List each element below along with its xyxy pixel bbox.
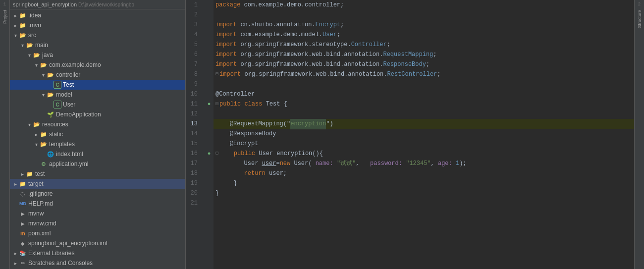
folder-icon-target: 📁 — [19, 180, 27, 188]
line-num-2: 2 — [186, 10, 202, 20]
gutter-row-5 — [205, 40, 214, 50]
arrow-idea — [12, 13, 19, 18]
tree-item-iml[interactable]: ◆ springboot_api_encryption.iml — [10, 238, 185, 248]
folder-icon-main: 📂 — [26, 41, 34, 49]
code-line-2 — [214, 10, 634, 20]
arrow-target — [12, 181, 19, 187]
token: ; — [337, 30, 340, 40]
arrow-scratches — [12, 261, 19, 266]
token: , — [356, 159, 367, 168]
tree-item-external-libraries[interactable]: 📚 External Libraries — [10, 248, 185, 258]
tree-item-help-md[interactable]: MD HELP.md — [10, 199, 185, 209]
token: "试试" — [337, 159, 356, 168]
token: import — [215, 50, 240, 59]
label-mvnw-cmd: mvnw.cmd — [28, 220, 185, 227]
tree-item-resources[interactable]: 📂 resources — [10, 119, 185, 129]
folder-icon-mvn: 📁 — [19, 21, 27, 29]
structure-tab-number[interactable]: 2 — [638, 2, 641, 7]
fold-icon-8[interactable]: ⊟ — [215, 69, 218, 79]
line-num-13: 13 — [186, 119, 202, 129]
fold-icon-11[interactable]: ⊟ — [215, 99, 218, 109]
line-num-1: 1 — [186, 0, 202, 10]
token: name: — [312, 159, 336, 168]
token: cn.shuibo.annotation. — [240, 20, 315, 30]
tree-item-src[interactable]: 📂 src — [10, 30, 185, 40]
structure-tab-label[interactable]: Structure — [637, 10, 642, 28]
token: User — [215, 159, 262, 168]
code-line-14: @ResponseBody — [214, 129, 634, 139]
code-line-7: import org.springframework.web.bind.anno… — [214, 59, 634, 69]
tree-item-main[interactable]: 📂 main — [10, 40, 185, 50]
tree-item-idea[interactable]: 📁 .idea — [10, 10, 185, 20]
java-class-icon-test: C — [54, 81, 61, 89]
tree-item-controller[interactable]: 📂 controller — [10, 70, 185, 80]
token: Encrypt — [316, 20, 340, 30]
folder-icon-test: 📁 — [26, 170, 34, 178]
token: ; — [387, 40, 390, 50]
line-num-16: 16 — [186, 149, 202, 159]
tree-item-demo-application[interactable]: 🌱 DemoApplication — [10, 109, 185, 119]
tree-item-mvn[interactable]: 📁 .mvn — [10, 20, 185, 30]
tree-item-test-folder[interactable]: 📁 test — [10, 169, 185, 179]
tree-item-user-class[interactable]: C User — [10, 100, 185, 109]
tree-item-mvnw[interactable]: ▶ mvnw — [10, 209, 185, 218]
tree-item-static[interactable]: 📁 static — [10, 129, 185, 139]
tree-item-index-html[interactable]: 🌐 index.html — [10, 149, 185, 159]
tree-item-pom-xml[interactable]: m pom.xml — [10, 228, 185, 238]
code-line-19: ⊟ } — [214, 178, 634, 188]
line-num-9: 9 — [186, 79, 202, 89]
line-numbers: 1 2 3 4 5 6 7 8 9 10 11 12 13 14 15 16 1… — [186, 0, 205, 269]
code-line-16: ⊟ public User encryption(){ — [214, 149, 634, 159]
code-line-13: @RequestMapping("encryption") — [214, 119, 634, 129]
code-editor[interactable]: package com.example.demo.controller; imp… — [214, 0, 634, 269]
token: com.example.demo.model. — [240, 30, 322, 40]
code-container: 1 2 3 4 5 6 7 8 9 10 11 12 13 14 15 16 1… — [186, 0, 634, 269]
tree-item-mvnw-cmd[interactable]: ▶ mvnw.cmd — [10, 218, 185, 228]
gutter-row-12 — [205, 109, 214, 119]
arrow-src — [12, 33, 19, 38]
tree-item-templates[interactable]: 📂 templates — [10, 139, 185, 149]
gutter-row-7 — [205, 59, 214, 69]
label-application-yml: application.yml — [49, 161, 185, 167]
token: org.springframework.web.bind.annotation. — [240, 59, 383, 69]
iml-icon: ◆ — [19, 239, 27, 247]
tree-item-target[interactable]: 📁 target — [10, 179, 185, 189]
token: @Controller — [215, 89, 255, 99]
token: password: — [367, 159, 406, 168]
line-num-20: 20 — [186, 188, 202, 198]
arrow-model — [40, 92, 47, 98]
label-idea: .idea — [28, 12, 185, 19]
mvnw-icon: ▶ — [19, 210, 27, 217]
arrow-controller — [40, 72, 47, 78]
tree-item-java[interactable]: 📂 java — [10, 50, 185, 60]
arrow-static — [33, 132, 40, 137]
tree-item-model[interactable]: 📂 model — [10, 90, 185, 100]
label-templates: templates — [49, 141, 185, 148]
token: User — [322, 30, 337, 40]
token: 1 — [456, 159, 459, 168]
label-external-libraries: External Libraries — [28, 250, 185, 257]
tree-item-scratches[interactable]: ✏ Scratches and Consoles — [10, 258, 185, 268]
tree-item-application-yml[interactable]: ⚙ application.yml — [10, 159, 185, 169]
gitignore-icon: ◌ — [19, 190, 27, 198]
tree-item-gitignore[interactable]: ◌ .gitignore — [10, 189, 185, 199]
line-num-5: 5 — [186, 40, 202, 50]
tree-item-test-class[interactable]: C Test — [10, 80, 185, 90]
code-line-8: ⊟ import org.springframework.web.bind.an… — [214, 69, 634, 79]
label-pom-xml: pom.xml — [28, 230, 185, 237]
fold-icon-16[interactable]: ⊟ — [215, 149, 218, 159]
token: new — [280, 159, 294, 168]
project-tab-label[interactable]: Project — [2, 10, 7, 24]
arrow-mvn — [12, 23, 19, 28]
tree-item-com-example-demo[interactable]: 📂 com.example.demo — [10, 60, 185, 70]
token — [215, 168, 244, 178]
token: Controller — [351, 40, 387, 50]
line-num-7: 7 — [186, 59, 202, 69]
label-mvn: .mvn — [28, 22, 185, 29]
token: @RequestMapping(" — [215, 119, 290, 129]
project-tab-number[interactable]: 1 — [3, 2, 6, 7]
yaml-icon-app: ⚙ — [40, 160, 48, 168]
gutter-row-11: ● — [205, 99, 214, 109]
label-scratches: Scratches and Consoles — [28, 260, 185, 267]
token: ; — [426, 59, 429, 69]
